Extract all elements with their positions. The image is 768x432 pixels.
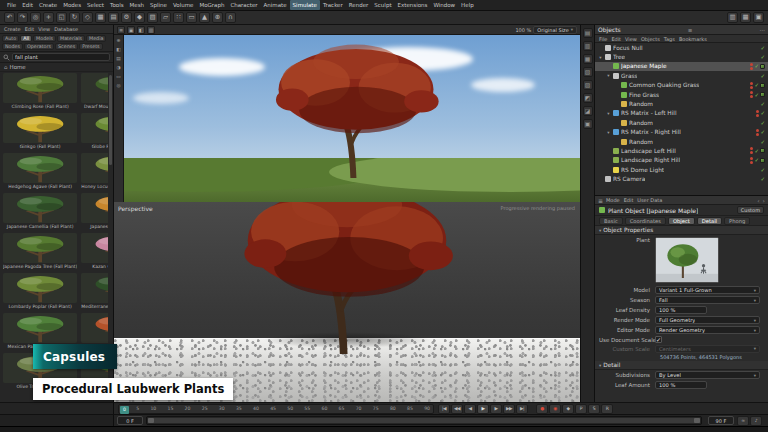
play-button[interactable]: ▶ xyxy=(477,404,489,414)
attr-menu-edit[interactable]: Edit xyxy=(624,197,634,203)
range-end-field[interactable]: 90 F xyxy=(708,416,734,425)
model-dropdown[interactable]: Variant 1 Full-Grown▾ xyxy=(655,286,760,294)
asset-item[interactable]: Japanese Camellia (Fall Plant) xyxy=(2,192,78,230)
filter-tab-models[interactable]: Models xyxy=(33,35,56,42)
menu-create[interactable]: Create xyxy=(36,0,60,10)
enabled-check-icon[interactable]: ✓ xyxy=(754,92,759,98)
workplane-icon[interactable]: ▱ xyxy=(160,12,171,23)
search-input[interactable] xyxy=(12,53,110,61)
hamburger-menu-icon[interactable]: ≡ xyxy=(117,26,125,34)
range-handle-start[interactable] xyxy=(148,418,154,423)
menu-spline[interactable]: Spline xyxy=(147,0,170,10)
rotate-tool-icon[interactable]: ↻ xyxy=(69,12,80,23)
asset-item[interactable]: Dwarf Mountain Pine (Fall Plant) xyxy=(80,72,108,110)
points-mode-icon[interactable]: ∷ xyxy=(173,12,184,23)
editor-mode-dropdown[interactable]: Render Geometry▾ xyxy=(655,326,760,334)
perspective-viewport[interactable]: Perspective Progressive rendering paused xyxy=(114,202,580,402)
leaf-density-field[interactable]: 100 % xyxy=(655,306,707,314)
attr-tab-basic[interactable]: Basic xyxy=(599,217,623,225)
expand-arrow-icon[interactable]: ▾ xyxy=(598,55,603,60)
object-row-rs-dome-light[interactable]: RS Dome Light✓ xyxy=(595,165,768,174)
compare-ab-icon[interactable]: ◧ xyxy=(137,26,145,34)
layers-panel-icon[interactable]: ▥ xyxy=(583,41,593,51)
asset-item[interactable]: Hedgehog Agave (Fall Plant) xyxy=(2,152,78,190)
histogram-icon[interactable]: ▥ xyxy=(147,26,155,34)
asset-item[interactable]: Honey Locust Sunburst (Fall Plant) xyxy=(80,152,108,190)
record-button[interactable]: ● xyxy=(536,404,548,414)
navigation-icon[interactable]: ⊕ xyxy=(115,37,122,44)
visibility-dot-render[interactable] xyxy=(756,133,759,136)
timeline-ruler[interactable]: 0 051015202530354045505560657075808590 xyxy=(118,404,434,414)
filter-tab-media[interactable]: Media xyxy=(86,35,106,42)
enabled-check-icon[interactable]: ✓ xyxy=(754,157,759,163)
visibility-dot-editor[interactable] xyxy=(750,91,753,94)
enabled-check-icon[interactable]: ✓ xyxy=(760,45,765,51)
material-manager-icon[interactable]: ◩ xyxy=(583,93,593,103)
asset-browser-icon[interactable]: ▣ xyxy=(583,119,593,129)
expand-arrow-icon[interactable]: ▾ xyxy=(606,130,611,135)
redo-icon[interactable]: ↷ xyxy=(17,12,28,23)
attr-menu-user-data[interactable]: User Data xyxy=(637,197,662,203)
asset-menu-view[interactable]: View xyxy=(38,26,50,32)
visibility-dot-render[interactable] xyxy=(750,151,753,154)
filter-tab-all[interactable]: All xyxy=(20,35,32,42)
visibility-dot-render[interactable] xyxy=(750,161,753,164)
object-row-fine-grass[interactable]: Fine Grass✓ xyxy=(595,90,768,99)
previous-frame-button[interactable]: ◀ xyxy=(464,404,476,414)
model-mode-icon[interactable]: ◆ xyxy=(134,12,145,23)
asset-item[interactable]: Mediterranean Cypress (Fall Plant) xyxy=(80,272,108,310)
coordinates-panel-icon[interactable]: ▨ xyxy=(583,80,593,90)
visibility-dot-editor[interactable] xyxy=(756,129,759,132)
hamburger-menu-icon[interactable]: ≡ xyxy=(688,27,693,33)
enabled-check-icon[interactable]: ✓ xyxy=(760,54,765,60)
region-icon[interactable]: ▭ xyxy=(115,73,122,80)
material-tag-icon[interactable] xyxy=(760,148,765,153)
asset-scrollbar[interactable] xyxy=(109,75,112,165)
enabled-check-icon[interactable]: ✓ xyxy=(760,110,765,116)
object-row-random[interactable]: Random✓ xyxy=(595,118,768,127)
visibility-dot-render[interactable] xyxy=(750,86,753,89)
object-row-landscape-left-hill[interactable]: Landscape Left Hill✓ xyxy=(595,146,768,155)
expand-arrow-icon[interactable]: ▾ xyxy=(606,111,611,116)
object-row-grass[interactable]: ▾Grass✓ xyxy=(595,71,768,80)
menu-simulate[interactable]: Simulate xyxy=(290,0,320,10)
objects-menu-bookmarks[interactable]: Bookmarks xyxy=(679,36,707,42)
range-slider[interactable] xyxy=(146,416,702,425)
keyframe-icon[interactable]: ◆ xyxy=(562,404,574,414)
render-picture-viewer-icon[interactable]: ▤ xyxy=(108,12,119,23)
visibility-dot-editor[interactable] xyxy=(750,147,753,150)
filter-tab-presets[interactable]: Presets xyxy=(79,43,102,50)
render-view-icon[interactable]: ▦ xyxy=(95,12,106,23)
last-tool-icon[interactable]: ◇ xyxy=(82,12,93,23)
snapshot-icon[interactable]: ▣ xyxy=(127,26,135,34)
visibility-dot-editor[interactable] xyxy=(750,63,753,66)
filter-tab-materials[interactable]: Materials xyxy=(57,35,85,42)
layout-single-icon[interactable]: ▣ xyxy=(753,12,764,23)
menu-sculpt[interactable]: Sculpt xyxy=(371,0,394,10)
visibility-dot-editor[interactable] xyxy=(756,110,759,113)
layout-panes-icon[interactable]: ▥ xyxy=(727,12,738,23)
move-tool-icon[interactable]: + xyxy=(43,12,54,23)
home-icon[interactable]: ⌂ xyxy=(4,64,8,70)
use-document-scale-checkbox[interactable]: ✓ xyxy=(655,336,662,343)
enabled-check-icon[interactable]: ✓ xyxy=(760,167,765,173)
menu-extensions[interactable]: Extensions xyxy=(395,0,431,10)
menu-volume[interactable]: Volume xyxy=(170,0,196,10)
more-options-icon[interactable]: ⋯ xyxy=(760,27,766,33)
menu-mograph[interactable]: MoGraph xyxy=(196,0,227,10)
texture-mode-icon[interactable]: ▨ xyxy=(147,12,158,23)
object-row-rs-matrix-right-hill[interactable]: ▾RS Matrix - Right Hill✓ xyxy=(595,128,768,137)
asset-item[interactable]: Climbing Rose (Fall Plant) xyxy=(2,72,78,110)
object-row-landscape-right-hill[interactable]: Landscape Right Hill✓ xyxy=(595,156,768,165)
menu-tools[interactable]: Tools xyxy=(107,0,127,10)
autokey-button[interactable]: ◉ xyxy=(549,404,561,414)
polygons-mode-icon[interactable]: ▲ xyxy=(199,12,210,23)
visibility-dot-editor[interactable] xyxy=(750,82,753,85)
asset-item[interactable]: Japanese Larch (Fall Plant) xyxy=(80,192,108,230)
visibility-dot-render[interactable] xyxy=(750,95,753,98)
asset-item[interactable]: Japanese Pagoda Tree (Fall Plant) xyxy=(2,232,78,270)
visibility-dot-render[interactable] xyxy=(750,67,753,70)
enabled-check-icon[interactable]: ✓ xyxy=(760,176,765,182)
enabled-check-icon[interactable]: ✓ xyxy=(754,82,759,88)
objects-menu-edit[interactable]: Edit xyxy=(611,36,621,42)
